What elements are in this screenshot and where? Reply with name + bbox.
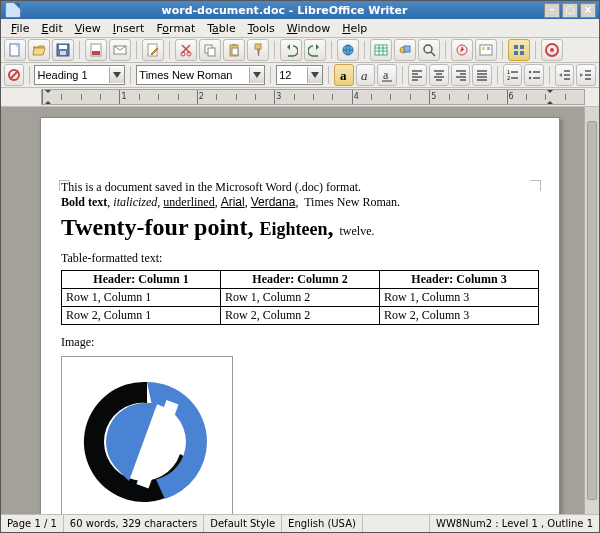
body-line-formats[interactable]: Bold text, italicized, underlined, Arial… — [61, 195, 539, 210]
numbered-list-button[interactable]: 12 — [503, 64, 523, 86]
navigator-button[interactable] — [451, 39, 473, 61]
table-button[interactable] — [370, 39, 392, 61]
margin-corner — [59, 180, 70, 191]
align-left-button[interactable] — [408, 64, 428, 86]
svg-rect-22 — [480, 45, 492, 55]
first-line-indent[interactable] — [44, 89, 52, 97]
ruler-row: 123456 — [1, 88, 599, 107]
svg-rect-3 — [60, 51, 66, 55]
table-title[interactable]: Table-formatted text: — [61, 251, 539, 266]
font-size-combo[interactable] — [276, 65, 323, 85]
svg-text:a: a — [383, 68, 389, 82]
table-cell[interactable]: Row 1, Column 1 — [62, 289, 221, 307]
edit-file-button[interactable] — [142, 39, 164, 61]
align-center-button[interactable] — [429, 64, 449, 86]
table-cell[interactable]: Row 1, Column 2 — [221, 289, 380, 307]
menu-tools[interactable]: Tools — [242, 21, 281, 36]
embedded-image[interactable] — [61, 356, 233, 514]
svg-rect-17 — [375, 45, 387, 55]
document-table[interactable]: Header: Column 1 Header: Column 2 Header… — [61, 270, 539, 325]
menu-view[interactable]: View — [69, 21, 107, 36]
body-line[interactable]: This is a document saved in the Microsof… — [61, 180, 539, 195]
svg-point-39 — [529, 77, 531, 79]
status-language[interactable]: English (USA) — [282, 515, 363, 532]
font-size-input[interactable] — [277, 67, 307, 83]
decrease-indent-button[interactable] — [555, 64, 575, 86]
logo-icon — [72, 367, 222, 514]
paragraph-style-input[interactable] — [35, 67, 109, 83]
table-cell[interactable]: Row 2, Column 1 — [62, 307, 221, 325]
document-area[interactable]: This is a document saved in the Microsof… — [1, 107, 599, 514]
close-button[interactable]: × — [580, 3, 596, 18]
menu-help[interactable]: Help — [336, 21, 373, 36]
italic-button[interactable]: a — [356, 64, 376, 86]
menu-format[interactable]: Format — [150, 21, 201, 36]
status-list-level[interactable]: WW8Num2 : Level 1 , Outline 1 — [430, 515, 599, 532]
svg-text:a: a — [361, 68, 368, 82]
undo-button[interactable] — [280, 39, 302, 61]
svg-text:a: a — [340, 68, 347, 82]
menu-insert[interactable]: Insert — [107, 21, 151, 36]
table-header[interactable]: Header: Column 1 — [62, 271, 221, 289]
margin-corner — [530, 180, 541, 191]
new-document-button[interactable] — [4, 39, 26, 61]
cut-button[interactable] — [175, 39, 197, 61]
justify-button[interactable] — [472, 64, 492, 86]
horizontal-ruler[interactable]: 123456 — [41, 89, 585, 105]
menu-bar: FFileile Edit View Insert Format Table T… — [1, 19, 599, 38]
export-pdf-button[interactable] — [85, 39, 107, 61]
table-row: Row 2, Column 1 Row 2, Column 2 Row 2, C… — [62, 307, 539, 325]
page[interactable]: This is a document saved in the Microsof… — [40, 117, 560, 514]
styles-dialog-button[interactable] — [4, 64, 24, 86]
find-button[interactable] — [418, 39, 440, 61]
font-name-input[interactable] — [137, 67, 249, 83]
menu-file[interactable]: FFileile — [5, 21, 35, 36]
status-page[interactable]: Page 1 / 1 — [1, 515, 64, 532]
status-word-count[interactable]: 60 words, 329 characters — [64, 515, 204, 532]
chevron-down-icon[interactable] — [249, 67, 264, 83]
vertical-scrollbar[interactable] — [584, 107, 599, 514]
maximize-button[interactable]: ▢ — [562, 3, 578, 18]
chevron-down-icon[interactable] — [307, 67, 322, 83]
table-cell[interactable]: Row 2, Column 2 — [221, 307, 380, 325]
open-button[interactable] — [28, 39, 50, 61]
table-header[interactable]: Header: Column 2 — [221, 271, 380, 289]
format-paintbrush-button[interactable] — [247, 39, 269, 61]
gallery-button[interactable] — [475, 39, 497, 61]
show-draw-functions-button[interactable] — [394, 39, 416, 61]
help-button[interactable] — [541, 39, 563, 61]
image-label[interactable]: Image: — [61, 335, 539, 350]
align-right-button[interactable] — [451, 64, 471, 86]
left-indent[interactable] — [44, 97, 52, 105]
bold-button[interactable]: a — [334, 64, 354, 86]
paragraph-style-combo[interactable] — [34, 65, 125, 85]
data-sources-button[interactable] — [508, 39, 530, 61]
underline-button[interactable]: a — [377, 64, 397, 86]
copy-button[interactable] — [199, 39, 221, 61]
standard-toolbar — [1, 38, 599, 63]
table-row: Row 1, Column 1 Row 1, Column 2 Row 1, C… — [62, 289, 539, 307]
status-bar: Page 1 / 1 60 words, 329 characters Defa… — [1, 514, 599, 532]
table-header[interactable]: Header: Column 3 — [380, 271, 539, 289]
increase-indent-button[interactable] — [576, 64, 596, 86]
right-indent[interactable] — [546, 97, 554, 105]
bullet-list-button[interactable] — [524, 64, 544, 86]
hyperlink-button[interactable] — [337, 39, 359, 61]
table-cell[interactable]: Row 2, Column 3 — [380, 307, 539, 325]
paste-button[interactable] — [223, 39, 245, 61]
right-indent-top[interactable] — [546, 89, 554, 97]
minimize-button[interactable]: – — [544, 3, 560, 18]
table-cell[interactable]: Row 1, Column 3 — [380, 289, 539, 307]
save-button[interactable] — [52, 39, 74, 61]
svg-rect-24 — [487, 47, 490, 50]
menu-window[interactable]: Window — [281, 21, 336, 36]
redo-button[interactable] — [304, 39, 326, 61]
menu-edit[interactable]: Edit — [35, 21, 68, 36]
status-page-style[interactable]: Default Style — [204, 515, 282, 532]
menu-table[interactable]: Table — [201, 21, 241, 36]
chevron-down-icon[interactable] — [109, 67, 124, 83]
font-name-combo[interactable] — [136, 65, 265, 85]
heading-line[interactable]: Twenty-four point, Eighteen, twelve. — [61, 214, 539, 241]
svg-rect-13 — [232, 44, 236, 46]
mail-button[interactable] — [109, 39, 131, 61]
